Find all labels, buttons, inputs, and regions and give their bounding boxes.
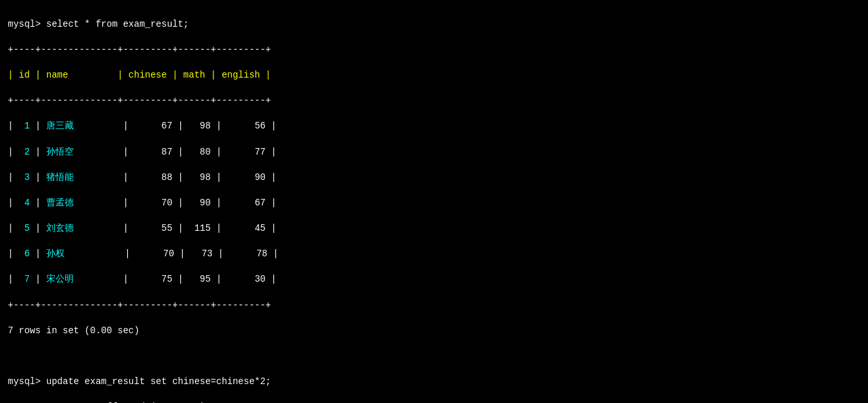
line-1-prompt: mysql> select * from exam_result; <box>8 19 189 29</box>
header-1: | id | name | chinese | math | english | <box>8 70 271 80</box>
terminal-window: mysql> select * from exam_result; +----+… <box>8 5 860 403</box>
border-3: +----+--------------+---------+------+--… <box>8 300 271 310</box>
rows-info-1: 7 rows in set (0.00 sec) <box>8 325 140 336</box>
row-4: | <box>8 198 19 208</box>
border-1: +----+--------------+---------+------+--… <box>8 44 271 55</box>
row-6: | <box>8 248 19 259</box>
line-2-prompt: mysql> update exam_result set chinese=ch… <box>8 376 271 387</box>
row-5: | <box>8 223 19 233</box>
row-2: | <box>8 147 19 157</box>
row-3: | <box>8 172 19 183</box>
row-7: | <box>8 274 19 284</box>
row-1: | <box>8 121 19 131</box>
border-2: +----+--------------+---------+------+--… <box>8 95 271 106</box>
